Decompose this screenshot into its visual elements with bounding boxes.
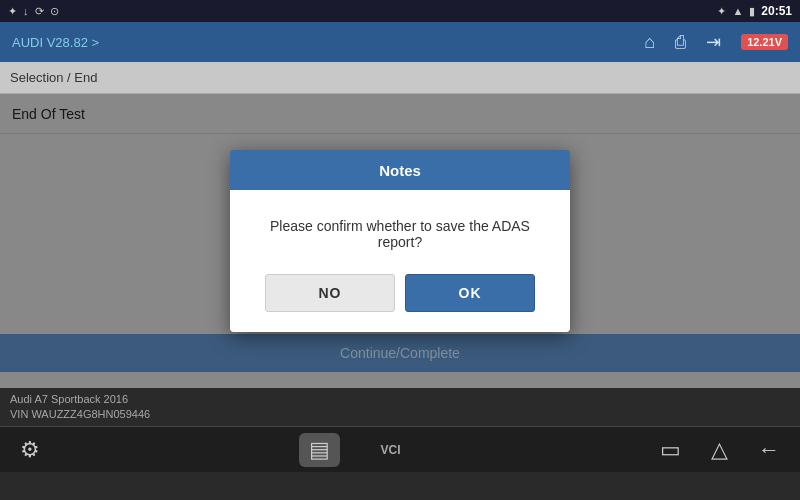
clock: 20:51	[761, 4, 792, 18]
info-bar: Audi A7 Sportback 2016 VIN WAUZZZ4G8HN05…	[0, 388, 800, 426]
settings-icon: ⊙	[50, 5, 59, 18]
modal-overlay: Notes Please confirm whether to save the…	[0, 94, 800, 388]
bluetooth-status-icon: ✦	[717, 5, 726, 18]
status-icons-right: ✦ ▲ ▮ 20:51	[717, 4, 792, 18]
wifi-status-icon: ▲	[732, 5, 743, 17]
print-toolbar-icon[interactable]: ⎙	[675, 32, 686, 53]
dialog-message: Please confirm whether to save the ADAS …	[250, 218, 550, 250]
vehicle-name: Audi A7 Sportback 2016	[10, 392, 150, 407]
main-content: End Of Test Continue/Complete Notes Plea…	[0, 94, 800, 388]
dialog-title: Notes	[379, 162, 421, 179]
vehicle-info: Audi A7 Sportback 2016 VIN WAUZZZ4G8HN05…	[10, 392, 150, 423]
bluetooth-icon: ✦	[8, 5, 17, 18]
nav-center: ▤ VCI	[299, 433, 400, 467]
no-button[interactable]: NO	[265, 274, 395, 312]
vci-nav-button[interactable]: VCI	[380, 433, 400, 467]
nav-right: ▭ △ ←	[660, 437, 780, 463]
home-toolbar-icon[interactable]: ⌂	[644, 32, 655, 53]
home-nav-icon[interactable]: △	[711, 437, 728, 463]
status-bar: ✦ ↓ ⟳ ⊙ ✦ ▲ ▮ 20:51	[0, 0, 800, 22]
settings-nav-icon[interactable]: ⚙	[20, 437, 40, 463]
gallery-nav-icon[interactable]: ▤	[299, 433, 340, 467]
voltage-display: 12.21V	[741, 34, 788, 50]
breadcrumb-audi: AUDI V28.82 >	[12, 35, 99, 50]
sync-icon: ⟳	[35, 5, 44, 18]
window-nav-icon[interactable]: ▭	[660, 437, 681, 463]
dialog: Notes Please confirm whether to save the…	[230, 150, 570, 332]
ok-button[interactable]: OK	[405, 274, 535, 312]
breadcrumb-text: Selection / End	[10, 70, 97, 85]
vehicle-vin: VIN WAUZZZ4G8HN059446	[10, 407, 150, 422]
exit-toolbar-icon[interactable]: ⇥	[706, 31, 721, 53]
nav-bar: ⚙ ▤ VCI ▭ △ ←	[0, 426, 800, 472]
dialog-title-bar: Notes	[230, 150, 570, 190]
dialog-body: Please confirm whether to save the ADAS …	[230, 190, 570, 332]
battery-icon: ▮	[749, 5, 755, 18]
toolbar-actions: ⌂ ⎙ ⇥ 12.21V	[644, 31, 788, 53]
breadcrumb-bar: Selection / End	[0, 62, 800, 94]
back-nav-icon[interactable]: ←	[758, 437, 780, 463]
dialog-buttons: NO OK	[250, 274, 550, 312]
status-icons-left: ✦ ↓ ⟳ ⊙	[8, 5, 59, 18]
download-icon: ↓	[23, 5, 29, 17]
toolbar: AUDI V28.82 > ⌂ ⎙ ⇥ 12.21V	[0, 22, 800, 62]
